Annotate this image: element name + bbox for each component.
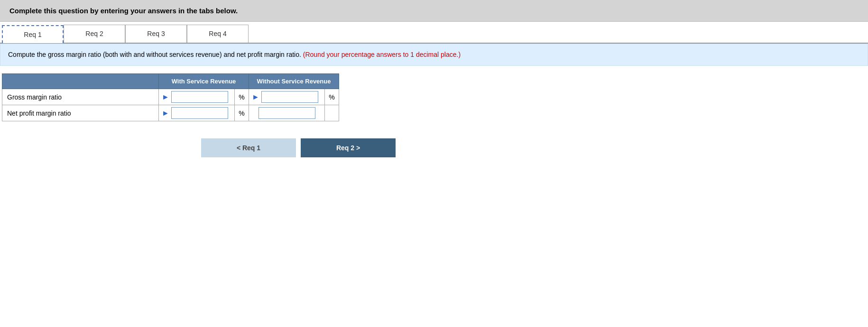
header-bar: Complete this question by entering your … — [0, 0, 868, 22]
net-without-input-cell — [249, 105, 325, 121]
ratio-table: With Service Revenue Without Service Rev… — [2, 73, 339, 121]
gross-without-input[interactable] — [261, 91, 318, 103]
arrow-marker-net-with: ► — [162, 109, 169, 118]
nav-buttons: < Req 1 Req 2 > — [199, 129, 868, 167]
instruction-box: Compute the gross margin ratio (both wit… — [0, 44, 868, 66]
instruction-red-text: (Round your percentage answers to 1 deci… — [301, 51, 461, 58]
net-without-percent — [325, 105, 339, 121]
gross-without-input-cell: ► — [249, 89, 325, 105]
tab-req2[interactable]: Req 2 — [64, 25, 125, 43]
net-with-percent: % — [235, 105, 249, 121]
gross-without-input-wrapper: ► — [252, 91, 322, 103]
table-section: With Service Revenue Without Service Rev… — [0, 66, 868, 129]
gross-with-percent: % — [235, 89, 249, 105]
col-header-blank — [2, 74, 159, 89]
gross-with-input-wrapper: ► — [162, 91, 231, 103]
table-row: Gross margin ratio ► % ► % — [2, 89, 339, 105]
col-header-with: With Service Revenue — [159, 74, 249, 89]
arrow-marker-gross-with: ► — [162, 93, 169, 101]
tabs-row: Req 1 Req 2 Req 3 Req 4 — [0, 25, 868, 44]
net-with-input[interactable] — [171, 107, 228, 119]
net-profit-label: Net profit margin ratio — [2, 105, 159, 121]
gross-without-percent: % — [325, 89, 339, 105]
col-header-without: Without Service Revenue — [249, 74, 339, 89]
tab-req3[interactable]: Req 3 — [125, 25, 187, 43]
tab-req1[interactable]: Req 1 — [2, 25, 64, 43]
table-row: Net profit margin ratio ► % — [2, 105, 339, 121]
header-instruction: Complete this question by entering your … — [9, 7, 238, 15]
tab-req4[interactable]: Req 4 — [187, 25, 249, 43]
next-button[interactable]: Req 2 > — [301, 138, 396, 157]
net-without-input[interactable] — [259, 107, 315, 119]
gross-with-input-cell: ► — [159, 89, 235, 105]
arrow-marker-gross-without: ► — [252, 93, 259, 101]
prev-button[interactable]: < Req 1 — [201, 138, 296, 157]
gross-margin-label: Gross margin ratio — [2, 89, 159, 105]
instruction-main-text: Compute the gross margin ratio (both wit… — [8, 51, 301, 58]
net-with-input-wrapper: ► — [162, 107, 231, 119]
net-with-input-cell: ► — [159, 105, 235, 121]
gross-with-input[interactable] — [171, 91, 228, 103]
